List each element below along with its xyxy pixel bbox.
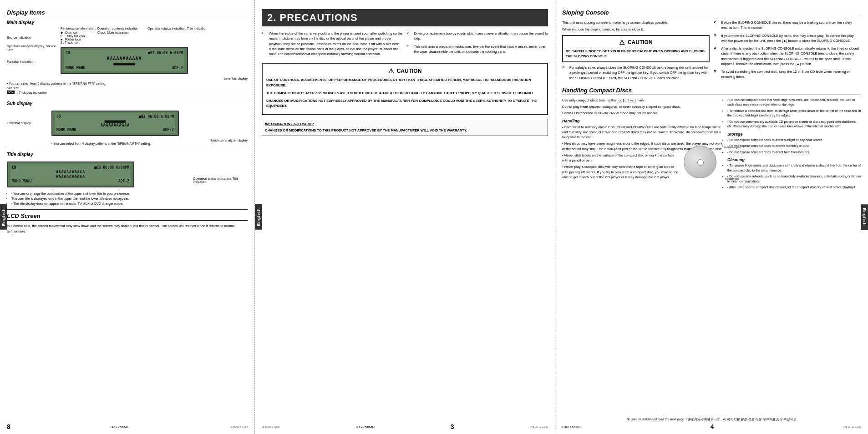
op-status-label: Operation status indication, Title indic… [147, 27, 207, 30]
center-panel: English 2. PRECAUTIONS 1. When the insid… [255, 0, 555, 434]
info-title: INFORMATION FOR USERS: [265, 122, 545, 126]
roughness-label: Roughness [725, 177, 739, 180]
sub-icon-label: Sub icon [7, 86, 248, 90]
spectrum-label: Spectrum analyzer display, Source icon [7, 45, 57, 51]
title-display-notes: • You cannot change the combination of t… [7, 192, 248, 206]
center-footer: 280-8171-00 DXZ756MC 3 280-8171-00 [255, 423, 555, 430]
handling-right-col: • Do not use compact discs that have lar… [727, 98, 861, 192]
cleaning-notes-list: • To remove fingermarks and dust, use a … [727, 163, 861, 190]
ball-point-label: Ball-point pen [724, 146, 741, 149]
title-lcd-display: CD ■03 06:08 6:08PM AAAAAAAAAAA AAAAAAAA… [7, 161, 134, 187]
cleaning-note-2: • Do not use any solvents, such as comme… [727, 174, 861, 184]
right-note-1: • Do not use compact discs that have lar… [727, 98, 861, 107]
cleaning-note-3: • After using special compact disc clean… [727, 185, 861, 190]
function-label: Function indication [7, 60, 57, 63]
sloping-console-content: This unit uses sloping console to make l… [562, 20, 861, 83]
handling-note1: Do not play heart-shaped, octagonal, or … [562, 104, 723, 109]
disc-hole [697, 159, 704, 166]
precautions-numbered: 1. When the inside of the car is very co… [262, 31, 548, 59]
sloping-item-3: 3. If you move the SLOPING CONSOLE by ha… [714, 33, 862, 44]
right-page-num: 4 [711, 423, 714, 430]
right-footer: Be sure to unfold and read the next page… [555, 417, 868, 430]
sloping-caution-bold: BE CAREFUL NOT TO GET YOUR FINGERS CAUGH… [566, 49, 706, 59]
track-icon-label: 2 : Track icon [61, 41, 85, 44]
caution-box: ⚠ CAUTION USE OF CONTROLS, ADJUSTMENTS, … [262, 63, 548, 115]
sloping-console-right-col: 2. Before the SLOPING CONSOLE closes, th… [714, 20, 862, 83]
sloping-console-title: Sloping Console [562, 9, 861, 17]
left-model: DXZ756MC [111, 425, 130, 429]
sub-spectrum-label: Spectrum analyzer display [51, 139, 248, 142]
disc-diagram: Ball-point pen Roughness [682, 144, 723, 185]
lcd-display-container: Performance information, Operation conte… [61, 27, 248, 80]
lcd-screen-title: LCD Screen [7, 212, 248, 221]
disc-circle-shape [684, 146, 716, 178]
title-display-area: CD ■03 06:08 6:08PM AAAAAAAAAAA AAAAAAAA… [7, 159, 248, 190]
sub-lcd-container: CD ■03 06:08 6:08PM ▅▅▅▅▅▅▅▅▅▅▅ AAAAAAAA… [51, 108, 248, 145]
precautions-title: 2. PRECAUTIONS [262, 9, 548, 26]
title-note-2: The user title is displayed only in the … [11, 197, 248, 201]
title-display-separator [7, 149, 248, 149]
main-display-area: Source indication Spectrum analyzer disp… [7, 27, 248, 80]
storage-note-3: • Do not expose compact discs to direct … [727, 150, 861, 155]
sub-can-select: • You can select from 4 display patterns… [51, 142, 248, 145]
handling-text: • Compared to ordinary music CDs, CD-R a… [562, 125, 723, 140]
precaution-item-1: 1. When the inside of the car is very co… [262, 31, 403, 56]
sloping-intro: This unit uses sloping console to make l… [562, 20, 710, 25]
title-lcd-container: CD ■03 06:08 6:08PM AAAAAAAAAAA AAAAAAAA… [7, 159, 189, 190]
cleaning-note-1: • To remove fingermarks and dust, use a … [727, 163, 861, 173]
english-tab-center-left: English [255, 204, 262, 230]
precautions-col-right: 2. Driving on extremely bumpy roads whic… [407, 31, 548, 59]
caution-triangle-icon: ⚠ [388, 67, 394, 75]
sloping-item-5: 5. To avoid scratching the compact disc,… [714, 69, 862, 80]
sloping-instruction: When you use the sloping console, be sur… [562, 27, 710, 32]
right-footer-row: DXZ756MC 4 280-8171-00 [562, 423, 861, 430]
sub-display-area: Level bar display CD ■03 06:08 6:08PM ▅▅… [7, 108, 248, 145]
sloping-caution-triangle-icon: ⚠ [619, 39, 625, 46]
left-footer: 8 DXZ756MC 280-8171-00 [0, 423, 254, 430]
precautions-col-left: 1. When the inside of the car is very co… [262, 31, 403, 59]
storage-section: Storage • Do not expose compact discs to… [727, 132, 861, 155]
lcd-screen-text: In extreme cold, the screen movement may… [7, 223, 248, 234]
sub-level-bar-label: Level bar display [7, 108, 48, 145]
sloping-item-4: 4. After a disc is ejected, the SLOPING … [714, 46, 862, 66]
sub-lcd-display: CD ■03 06:08 6:08PM ▅▅▅▅▅▅▅▅▅▅▅ AAAAAAAA… [51, 111, 179, 136]
lcd-screen-section: LCD Screen In extreme cold, the screen m… [7, 209, 248, 234]
title-op-status-label: Operation status indication, Title indic… [193, 159, 248, 190]
left-annotations: Source indication Spectrum analyzer disp… [7, 27, 57, 63]
center-page-num: 3 [451, 423, 454, 430]
storage-notes-list: • Do not expose compact discs to direct … [727, 138, 861, 155]
caution-line-3: CHANGES OR MODIFICATIONS NOT EXPRESSLY A… [266, 98, 543, 109]
cd-mark-2: MD [629, 99, 635, 102]
perf-info-label: Performance information, Operation conte… [61, 27, 138, 30]
precaution-item-3: 3. This unit uses a precision mechanism.… [407, 44, 548, 55]
center-doc-num2: 280-8171-00 [530, 425, 548, 429]
center-doc-num: 280-8171-00 [262, 425, 280, 429]
handling-left-col: Use only compact discs bearing the CD or… [562, 98, 723, 192]
handling-sub-title: Handling [562, 119, 723, 123]
left-doc-num: 280-8171-00 [229, 425, 248, 429]
storage-note-2: • Do not expose compact discs to excess … [727, 144, 861, 149]
caution-line-1: USE OF CONTROLS, ADJUSTMENTS, OR PERFORM… [266, 77, 543, 88]
sloping-item-2: 2. Before the SLOPING CONSOLE closes, th… [714, 20, 862, 30]
sloping-console-section: Sloping Console This unit uses sloping c… [562, 9, 861, 83]
cleaning-section: Cleaning • To remove fingermarks and dus… [727, 157, 861, 190]
handling-note2: Some CDs recorded in CD-R/CD-RW mode may… [562, 111, 723, 116]
main-lcd-display: CD ■03 06:08 6:08PM AAAAAAAAAAA ▅▅▅▅▅▅▅▅… [61, 47, 188, 74]
sloping-item-1: 1. For safety's sake, always close the S… [562, 65, 710, 81]
info-text: CHANGES OR MODIFICATIONS TO THIS PRODUCT… [265, 128, 545, 133]
play-list-icon-label: PL : Play list icon [61, 35, 85, 38]
disc-circle-container: Ball-point pen Roughness [682, 144, 723, 185]
cd-mark-1: CD [617, 99, 624, 102]
sub-display-title: Sub display [7, 101, 248, 106]
icon-labels-row: ◆ : Disc icon PL : Play list icon ■ : Fo… [61, 31, 248, 44]
right-model: DXZ756MC [562, 425, 581, 429]
title-note-1: • You cannot change the combination of t… [11, 192, 248, 196]
level-bar-label: Level bar display [61, 77, 248, 80]
footer-note: Be sure to unfold and read the next page… [626, 417, 797, 422]
display-items-title: Display Items [7, 9, 248, 17]
sloping-console-left-col: This unit uses sloping console to make l… [562, 20, 710, 83]
left-panel: English Display Items Main display Sourc… [0, 0, 255, 434]
source-indication-label: Source indication [7, 36, 57, 39]
precaution-item-2: 2. Driving on extremely bumpy roads whic… [407, 31, 548, 41]
title-display-title: Title display [7, 152, 248, 157]
